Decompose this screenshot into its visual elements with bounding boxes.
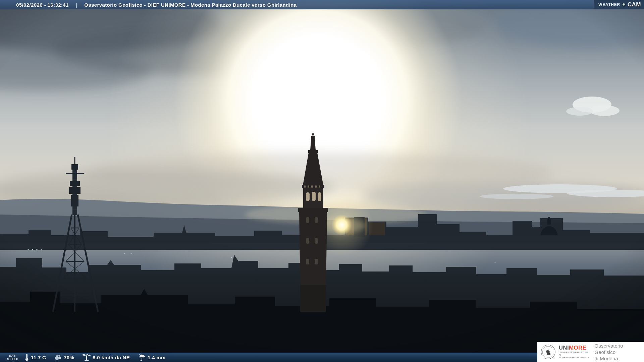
weathercam-word1: WEATHER: [598, 2, 620, 7]
umbrella-icon: [138, 354, 146, 361]
observatory-name: Osservatorio Geofisico di Modena: [594, 343, 644, 362]
rain-value: 1.4 mm: [148, 355, 166, 360]
temperature-reading: 11.7 C: [25, 354, 46, 361]
top-overlay-bar: 05/02/2026 - 16:32:41 | Osservatorio Geo…: [0, 0, 644, 9]
rain-reading: 1.4 mm: [138, 354, 166, 361]
humidity-value: 70%: [64, 355, 74, 360]
weather-data-label: DATI METEO: [3, 354, 22, 361]
timestamp: 05/02/2026 - 16:32:41: [16, 2, 69, 8]
svg-text:♞: ♞: [545, 347, 552, 357]
camera-title: Osservatorio Geofisico - DIEF UNIMORE - …: [84, 2, 297, 8]
weathercam-logo[interactable]: WEATHER CAM: [594, 0, 644, 9]
weathercam-word2: CAM: [628, 1, 641, 8]
wordmark-uni: UNI: [559, 345, 569, 351]
temperature-value: 11.7 C: [31, 355, 46, 360]
unimore-wordmark: UNIMORE UNIVERSITÀ DEGLI STUDI DI MODENA…: [559, 345, 590, 359]
wordmark-more: MORE: [569, 345, 586, 351]
city-sunset-photo: [0, 0, 644, 362]
separator: |: [76, 2, 77, 8]
lens-dot-icon: [622, 3, 626, 7]
weather-readings: 11.7 C 70%: [25, 354, 166, 361]
humidity-drops-icon: [54, 354, 62, 361]
thermometer-icon: [25, 354, 29, 361]
vignette: [0, 0, 644, 362]
wind-reading: 8.0 km/h da NE: [83, 354, 130, 361]
university-subtitle: UNIVERSITÀ DEGLI STUDI DI MODENA E REGGI…: [559, 351, 590, 359]
unimore-branding-panel[interactable]: ♞ UNIMORE UNIVERSITÀ DEGLI STUDI DI MODE…: [537, 342, 644, 362]
wind-value: 8.0 km/h da NE: [93, 355, 130, 360]
anemometer-icon: [83, 354, 91, 361]
unimore-seal-icon: ♞: [541, 344, 556, 360]
humidity-reading: 70%: [54, 354, 74, 361]
webcam-frame: 05/02/2026 - 16:32:41 | Osservatorio Geo…: [0, 0, 644, 362]
